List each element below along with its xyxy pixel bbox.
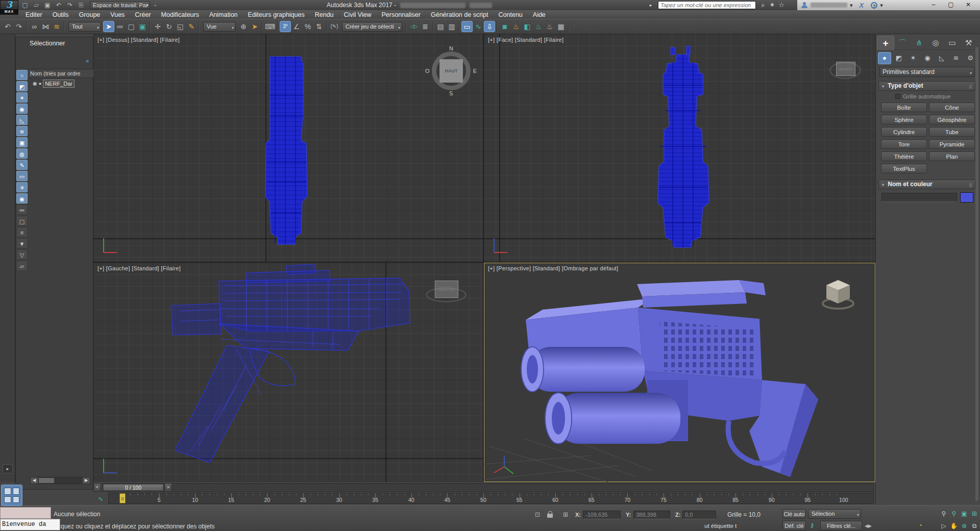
tab-utilities[interactable]: ⚒ xyxy=(961,36,977,50)
scroll-right-icon[interactable]: ▶ xyxy=(83,477,90,484)
field-of-view-icon[interactable]: ▷ xyxy=(939,521,948,531)
redo-icon[interactable]: ↷ xyxy=(13,21,24,32)
viewport-label-top[interactable]: [+] [Dessus] [Standard] [Filaire] xyxy=(97,37,180,43)
archive-icon[interactable]: ▱ xyxy=(16,261,28,271)
user-avatar-icon[interactable] xyxy=(801,2,807,8)
viewport-top[interactable]: [+] [Dessus] [Standard] [Filaire] N E S … xyxy=(93,34,483,262)
time-configuration-icon[interactable]: ◔ xyxy=(915,521,925,530)
reference-coordinate-dropdown[interactable]: Vue ▾ xyxy=(203,22,236,32)
separator[interactable] xyxy=(199,21,200,32)
viewport-left[interactable]: [+] [Gauche] [Standard] [Filaire] GAUCHE xyxy=(93,263,483,482)
timeline-step-left-button[interactable]: < xyxy=(93,483,101,492)
save-file-icon[interactable]: ▣ xyxy=(43,1,52,9)
select-and-link-icon[interactable]: ∞ xyxy=(29,21,40,32)
compass-west[interactable]: O xyxy=(425,68,430,74)
select-and-manipulate-icon[interactable]: ➤ xyxy=(249,21,260,32)
name-color-rollout[interactable]: ▾ Nom et couleur ⠿ xyxy=(878,180,975,189)
select-by-name-icon[interactable]: ≔ xyxy=(114,21,126,32)
category-geometry-icon[interactable]: ● xyxy=(878,52,891,64)
scene-object-row[interactable]: ◉ ● NERF_Dar xyxy=(29,79,93,88)
help-search-input[interactable] xyxy=(658,1,756,9)
time-slider-handle[interactable]: 0 / 100 xyxy=(103,484,163,491)
menu-item[interactable]: Editer xyxy=(20,11,47,18)
viewport-label-left[interactable]: [+] [Gauche] [Standard] [Filaire] xyxy=(97,265,181,271)
tab-display[interactable]: ▭ xyxy=(944,36,960,50)
z-coordinate-field[interactable]: 0,0 xyxy=(682,511,716,519)
viewcube-perspective[interactable] xyxy=(821,277,855,313)
menu-item[interactable]: Civil View xyxy=(339,11,377,18)
pan-hand-icon[interactable]: ✋ xyxy=(949,521,959,531)
selection-set-list-icon[interactable]: ≔ xyxy=(16,205,28,215)
named-selection-sets-dropdown[interactable]: Créer jeu de sélecti ▾ xyxy=(342,22,402,32)
selection-filter-dropdown[interactable]: Tout ▾ xyxy=(68,22,101,32)
explorer-horizontal-scrollbar[interactable]: ◀ ▶ xyxy=(30,477,90,484)
display-panel-icon[interactable]: ▢ xyxy=(16,216,28,226)
tab-motion[interactable]: ◎ xyxy=(927,36,944,50)
object-color-swatch[interactable] xyxy=(960,192,973,203)
primitive-category-dropdown[interactable]: Primitives standard ▾ xyxy=(879,67,974,77)
tab-create[interactable]: + xyxy=(877,36,894,50)
zoom-extents-all-icon[interactable]: ⊞ xyxy=(970,509,979,519)
align-icon[interactable]: ≣ xyxy=(420,21,431,32)
account-dropdown-icon[interactable]: ▾ xyxy=(850,2,853,9)
panel-scrollbar[interactable] xyxy=(975,47,978,501)
wireframe-model-top-view[interactable] xyxy=(93,34,483,262)
object-type-button[interactable]: TextPlus xyxy=(881,164,927,173)
use-pivot-point-icon[interactable]: ⊕ xyxy=(238,21,249,32)
current-frame-marker[interactable]: 0 xyxy=(119,493,126,503)
menu-item[interactable]: Animation xyxy=(204,11,243,18)
workspace-dropdown[interactable]: Espace de travail: Par ▾ xyxy=(90,1,150,9)
communication-center-icon[interactable]: ✴ xyxy=(768,1,777,10)
separator[interactable] xyxy=(277,21,278,32)
object-type-button[interactable]: Tube xyxy=(929,127,975,137)
percent-snap-icon[interactable]: % xyxy=(302,21,313,32)
bind-to-space-warp-icon[interactable]: ≋ xyxy=(51,21,62,32)
viewcube-face-haut[interactable]: HAUT xyxy=(439,59,463,83)
a360-gallery-icon[interactable]: ▦ xyxy=(555,21,567,32)
object-type-button[interactable]: Pyramide xyxy=(929,139,975,149)
undo-small-icon[interactable]: ↶ xyxy=(54,1,63,9)
toggle-ribbon-icon[interactable]: ▥ xyxy=(446,21,457,32)
filter-xrefs-icon[interactable]: ◍ xyxy=(16,148,28,159)
menu-item[interactable]: Groupe xyxy=(74,11,106,18)
viewcube-compass[interactable]: N E S O HAUT xyxy=(428,47,475,94)
visibility-eye-icon[interactable]: ◉ xyxy=(33,81,37,86)
render-production-icon[interactable]: ♨ xyxy=(533,21,544,32)
menu-item[interactable]: Outils xyxy=(47,11,74,18)
object-type-button[interactable]: Théière xyxy=(881,151,927,161)
add-time-tag[interactable]: ut étiquette t xyxy=(704,523,737,529)
menu-item[interactable]: Vues xyxy=(105,11,130,18)
scrollbar-thumb[interactable] xyxy=(39,478,54,483)
viewport-label-perspective[interactable]: [+] [Perspective] [Standard] [Ombrage pa… xyxy=(488,265,618,271)
menu-item[interactable]: Aide xyxy=(528,11,551,18)
mini-curve-editor-toggle-icon[interactable]: ∿ xyxy=(95,494,106,504)
transform-type-in-icon[interactable]: ⊞ xyxy=(560,510,571,519)
project-folder-icon[interactable]: ⎘ xyxy=(77,1,86,9)
filter-spacewarps-icon[interactable]: ≋ xyxy=(16,126,28,136)
separator[interactable] xyxy=(326,21,327,32)
separator[interactable] xyxy=(150,21,151,32)
menu-item[interactable]: Génération de script xyxy=(426,11,494,18)
toggle-scene-explorer-icon[interactable]: ▭ xyxy=(461,21,473,32)
category-cameras-icon[interactable]: ◉ xyxy=(921,52,934,64)
tab-hierarchy[interactable]: ⋔ xyxy=(911,36,927,50)
compass-north[interactable]: N xyxy=(449,45,453,52)
object-type-button[interactable]: Boîte xyxy=(881,103,927,112)
separator[interactable] xyxy=(262,21,263,32)
wireframe-model-left-view[interactable] xyxy=(93,263,483,482)
favorites-star-icon[interactable]: ☆ xyxy=(777,1,786,10)
named-selection-sets-icon[interactable]: {✎} xyxy=(329,21,340,32)
toggle-layer-explorer-icon[interactable]: ▤ xyxy=(435,21,446,32)
viewport-perspective-active[interactable]: [+] [Perspective] [Standard] [Ombrage pa… xyxy=(484,263,875,482)
viewcube-face-gauche[interactable]: GAUCHE xyxy=(435,281,458,298)
search-binoculars-icon[interactable]: ⌕ xyxy=(758,1,768,10)
open-file-icon[interactable]: ▱ xyxy=(32,1,41,9)
object-name-field[interactable] xyxy=(881,193,957,202)
expand-chevrons-icon[interactable]: » xyxy=(86,58,89,64)
time-slider-track[interactable]: 0 / 100 xyxy=(102,483,874,492)
category-lights-icon[interactable]: ✶ xyxy=(906,52,920,64)
snaps-toggle-icon[interactable]: 3° xyxy=(280,21,291,32)
key-filters-button[interactable]: Filtres clé... xyxy=(820,521,862,530)
object-type-rollout[interactable]: ▾ Type d'objet ⠿ xyxy=(878,81,975,91)
object-type-button[interactable]: Plan xyxy=(929,151,975,161)
